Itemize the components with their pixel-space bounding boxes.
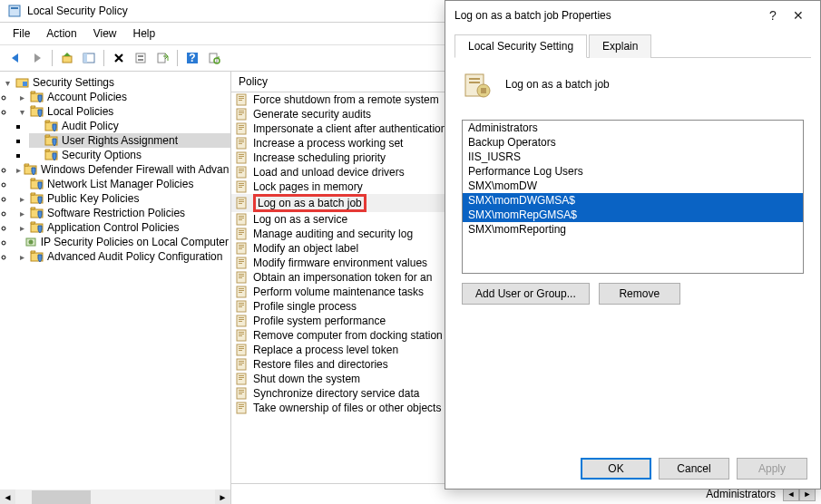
folder-icon [30, 91, 44, 103]
tree-item[interactable]: User Rights Assignment [29, 133, 230, 148]
dialog-help-button[interactable]: ? [760, 8, 786, 23]
tab-explain[interactable]: Explain [589, 34, 651, 58]
menu-file[interactable]: File [5, 24, 37, 43]
svg-rect-83 [239, 292, 242, 293]
svg-rect-120 [481, 88, 486, 93]
policy-icon [235, 166, 249, 179]
svg-rect-7 [138, 59, 143, 61]
expand-icon[interactable] [16, 179, 27, 189]
tree-horizontal-scrollbar[interactable]: ◄ ► [0, 489, 230, 504]
svg-rect-81 [239, 288, 244, 289]
policy-item-label: Restore files and directories [253, 358, 388, 371]
expand-icon[interactable]: ▸ [16, 252, 27, 262]
ok-button[interactable]: OK [581, 458, 651, 480]
svg-rect-90 [239, 319, 244, 320]
user-list-item[interactable]: Performance Log Users [463, 164, 803, 179]
forward-button[interactable] [27, 48, 47, 68]
svg-rect-71 [239, 248, 242, 249]
policy-icon [235, 213, 249, 226]
policy-icon [235, 257, 249, 269]
show-hide-tree-button[interactable] [79, 48, 99, 68]
remove-button[interactable]: Remove [599, 283, 680, 305]
tree-root[interactable]: ▾Security Settings [0, 75, 230, 90]
policy-item-label: Obtain an impersonation token for an [253, 271, 432, 284]
folder-icon [44, 149, 59, 161]
tree-item[interactable]: ▸Software Restriction Policies [15, 206, 230, 220]
back-button[interactable] [5, 48, 25, 68]
user-list-item[interactable]: SMX\momDWGMSA$ [463, 193, 803, 208]
svg-rect-91 [239, 321, 242, 322]
tree-item[interactable]: IP Security Policies on Local Computer [15, 235, 230, 249]
svg-rect-101 [239, 361, 244, 362]
policy-icon [235, 197, 249, 209]
expand-icon[interactable]: ▸ [16, 194, 27, 204]
policy-icon [235, 387, 249, 400]
user-list-item[interactable]: IIS_IUSRS [463, 150, 803, 164]
policy-item-label: Modify firmware environment values [253, 257, 427, 269]
up-button[interactable] [57, 48, 77, 68]
user-list-item[interactable]: SMX\momReporting [463, 222, 803, 237]
properties-button[interactable] [131, 48, 151, 68]
expand-icon[interactable]: ▸ [16, 165, 21, 175]
svg-rect-115 [239, 408, 242, 409]
svg-rect-65 [239, 230, 244, 231]
svg-rect-41 [239, 140, 244, 141]
add-user-button[interactable]: Add User or Group... [462, 283, 590, 305]
svg-rect-54 [239, 185, 244, 186]
user-list-item[interactable]: SMX\momDW [463, 179, 803, 193]
svg-rect-98 [239, 348, 244, 349]
user-list-item[interactable]: SMX\momRepGMSA$ [463, 208, 803, 222]
tree-item[interactable]: ▸Windows Defender Firewall with Advan [15, 162, 230, 177]
svg-rect-46 [239, 156, 244, 157]
user-list-item[interactable]: Administrators [463, 121, 803, 135]
collapse-icon[interactable]: ▾ [2, 78, 13, 88]
svg-rect-95 [239, 335, 242, 336]
tree-item[interactable]: Network List Manager Policies [15, 177, 230, 191]
dialog-titlebar[interactable]: Log on as a batch job Properties ? ✕ [445, 1, 820, 30]
svg-rect-69 [239, 245, 244, 246]
svg-rect-78 [239, 276, 244, 276]
expand-icon[interactable]: ▸ [16, 92, 27, 102]
tree-item-label: Advanced Audit Policy Configuration [47, 250, 222, 263]
policy-icon [235, 137, 249, 150]
export-button[interactable] [152, 48, 172, 68]
help-button[interactable]: ? [182, 48, 202, 68]
tree-item[interactable]: ▸Application Control Policies [15, 220, 230, 235]
policy-item-label: Synchronize directory service data [253, 387, 419, 400]
tab-local-security-setting[interactable]: Local Security Setting [454, 34, 587, 58]
refresh-button[interactable] [204, 48, 224, 68]
tree-item[interactable]: ▸Public Key Policies [15, 191, 230, 206]
cancel-button[interactable]: Cancel [659, 458, 729, 480]
scroll-right-icon[interactable]: ► [215, 489, 230, 504]
tree-item[interactable]: ▸Advanced Audit Policy Configuration [15, 249, 230, 264]
policy-item-label: Load and unload device drivers [253, 166, 405, 179]
svg-rect-35 [239, 114, 242, 115]
menu-action[interactable]: Action [39, 24, 83, 43]
svg-rect-82 [239, 290, 244, 291]
tree-item[interactable]: Audit Policy [29, 119, 230, 133]
delete-button[interactable] [109, 48, 129, 68]
user-listbox[interactable]: AdministratorsBackup OperatorsIIS_IUSRSP… [462, 120, 804, 274]
svg-rect-110 [239, 392, 244, 393]
expand-icon[interactable] [16, 237, 21, 247]
user-list-item[interactable]: Backup Operators [463, 135, 803, 150]
scroll-left-icon[interactable]: ◄ [0, 489, 15, 504]
dialog-close-button[interactable]: ✕ [786, 8, 811, 23]
status-text: Administrators [706, 488, 776, 500]
expand-icon[interactable]: ▸ [16, 208, 27, 218]
menu-help[interactable]: Help [126, 24, 163, 43]
tree-pane[interactable]: ▾Security Settings▸Account Policies▾Loca… [0, 72, 231, 504]
tree-item[interactable]: ▾Local Policies [15, 104, 230, 119]
policy-icon [235, 180, 249, 193]
folder-icon [30, 192, 44, 205]
folder-icon [24, 236, 38, 248]
expand-icon[interactable]: ▸ [16, 223, 27, 233]
tree-item[interactable]: ▸Account Policies [15, 90, 230, 104]
menu-view[interactable]: View [86, 24, 124, 43]
policy-icon [235, 108, 249, 121]
policy-item-label: Impersonate a client after authenticatio… [253, 122, 446, 135]
expand-icon[interactable]: ▾ [16, 107, 27, 117]
tree-item[interactable]: Security Options [29, 148, 230, 162]
apply-button[interactable]: Apply [737, 458, 807, 480]
scrollbar-thumb[interactable] [32, 490, 91, 504]
